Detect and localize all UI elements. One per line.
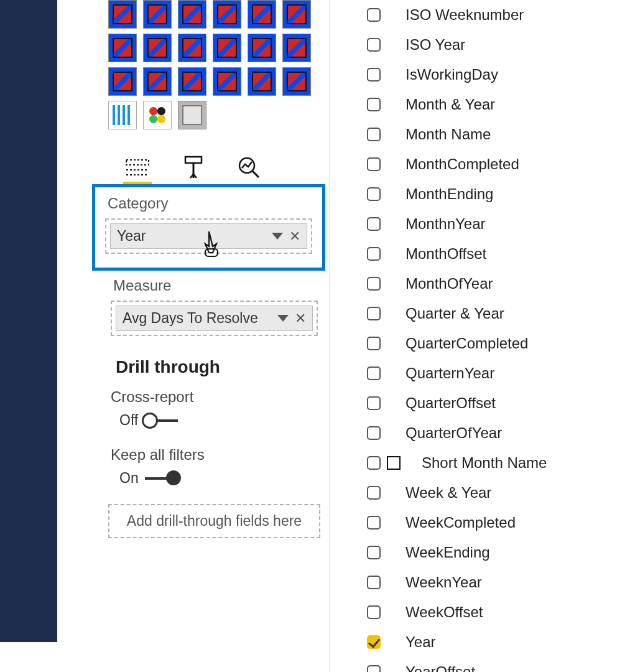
category-field-chip[interactable]: Year ✕ [110, 223, 307, 249]
field-checkbox[interactable] [367, 68, 381, 82]
keep-filters-state: On [119, 470, 139, 487]
viz-tile[interactable] [108, 34, 137, 62]
viz-tile[interactable] [248, 67, 276, 96]
viz-tile[interactable] [178, 34, 206, 62]
field-checkbox[interactable] [367, 187, 381, 201]
field-checkbox[interactable] [367, 128, 381, 141]
nav-stripe [0, 0, 57, 642]
viz-tile[interactable] [178, 67, 206, 96]
field-row[interactable]: MonthOfYear [355, 269, 635, 299]
field-label: ISO Year [406, 36, 465, 54]
drill-through-heading: Drill through [116, 357, 329, 377]
viz-tile[interactable] [143, 67, 172, 96]
chevron-down-icon[interactable] [272, 233, 283, 240]
field-row[interactable]: WeekEnding [355, 538, 635, 567]
field-checkbox[interactable] [367, 366, 381, 380]
viz-tile[interactable] [143, 101, 172, 129]
viz-tile[interactable] [282, 0, 311, 29]
format-tab[interactable] [179, 156, 208, 180]
chevron-down-icon[interactable] [277, 315, 289, 322]
field-row[interactable]: MonthCompleted [355, 149, 635, 179]
field-row[interactable]: ISO Year [355, 30, 635, 60]
field-checkbox[interactable] [367, 605, 381, 619]
field-checkbox[interactable] [367, 98, 381, 111]
field-row[interactable]: MonthOffset [355, 239, 635, 269]
field-label: Year [406, 633, 436, 651]
field-label: QuarterOffset [406, 394, 496, 412]
field-row[interactable]: Short Month Name [355, 448, 635, 478]
fields-tab[interactable] [123, 156, 152, 180]
field-type-icon [387, 456, 401, 470]
field-row[interactable]: YearOffset [355, 657, 635, 672]
viz-tile[interactable] [178, 0, 206, 29]
viz-tile[interactable] [143, 34, 172, 62]
field-checkbox[interactable] [367, 8, 381, 22]
field-checkbox[interactable] [367, 665, 381, 672]
viz-tile[interactable] [108, 0, 137, 29]
viz-tile[interactable] [282, 67, 311, 96]
field-label: MonthOffset [406, 245, 486, 263]
category-field-well[interactable]: Year ✕ [105, 218, 312, 254]
field-checkbox[interactable] [367, 217, 381, 231]
measure-field-well[interactable]: Avg Days To Resolve ✕ [111, 301, 318, 336]
viz-tile[interactable] [143, 0, 172, 29]
field-checkbox[interactable] [367, 38, 381, 52]
drill-through-dropzone[interactable]: Add drill-through fields here [108, 504, 320, 538]
viz-tile[interactable] [178, 101, 206, 129]
cross-report-toggle[interactable]: Off [119, 412, 318, 429]
field-checkbox[interactable] [367, 157, 381, 171]
field-checkbox[interactable] [367, 576, 381, 589]
cross-report-state: Off [119, 412, 138, 429]
svg-line-6 [253, 171, 259, 177]
viz-tile[interactable] [108, 101, 137, 129]
measure-field-value: Avg Days To Resolve [123, 310, 258, 327]
field-checkbox[interactable] [367, 396, 381, 410]
field-row[interactable]: QuarterOffset [355, 388, 635, 418]
field-row[interactable]: MonthnYear [355, 209, 635, 239]
field-row[interactable]: QuarterCompleted [355, 329, 635, 358]
field-checkbox[interactable] [367, 307, 381, 320]
field-row[interactable]: Week & Year [355, 478, 635, 508]
field-row[interactable]: Year [355, 627, 635, 657]
measure-field-chip[interactable]: Avg Days To Resolve ✕ [116, 306, 313, 331]
field-row[interactable]: ISO Weeknumber [355, 0, 635, 30]
viz-tile[interactable] [248, 34, 276, 62]
field-checkbox[interactable] [367, 635, 381, 649]
field-checkbox[interactable] [367, 456, 381, 470]
viz-tile[interactable] [282, 34, 311, 62]
keep-filters-toggle[interactable]: On [119, 470, 318, 487]
field-label: YearOffset [406, 663, 475, 672]
field-checkbox[interactable] [367, 337, 381, 350]
field-label: Week & Year [406, 484, 491, 502]
field-label: Month Name [406, 126, 491, 143]
field-checkbox[interactable] [367, 546, 381, 559]
remove-icon[interactable]: ✕ [289, 230, 300, 243]
viz-tile[interactable] [213, 0, 241, 29]
field-row[interactable]: Quarter & Year [355, 299, 635, 329]
remove-icon[interactable]: ✕ [295, 312, 306, 325]
field-checkbox[interactable] [367, 247, 381, 261]
field-row[interactable]: Month Name [355, 119, 635, 149]
field-row[interactable]: WeeknYear [355, 567, 635, 597]
field-row[interactable]: QuarternYear [355, 358, 635, 388]
field-label: Short Month Name [422, 454, 547, 472]
viz-tile[interactable] [213, 67, 241, 96]
field-row[interactable]: QuarterOfYear [355, 418, 635, 448]
field-checkbox[interactable] [367, 426, 381, 440]
field-row[interactable]: WeekOffset [355, 597, 635, 627]
analytics-tab[interactable] [235, 156, 264, 180]
viz-tile[interactable] [213, 34, 241, 62]
toggle-off-icon [144, 419, 178, 422]
field-label: Quarter & Year [406, 305, 504, 322]
field-checkbox[interactable] [367, 486, 381, 500]
field-row[interactable]: MonthEnding [355, 179, 635, 209]
field-row[interactable]: WeekCompleted [355, 508, 635, 538]
field-row[interactable]: Month & Year [355, 90, 635, 119]
viz-tile[interactable] [108, 67, 137, 96]
keep-filters-label: Keep all filters [111, 446, 318, 464]
field-row[interactable]: IsWorkingDay [355, 60, 635, 90]
viz-tile[interactable] [248, 0, 276, 29]
category-label: Category [108, 195, 312, 212]
field-checkbox[interactable] [367, 516, 381, 530]
field-checkbox[interactable] [367, 277, 381, 291]
